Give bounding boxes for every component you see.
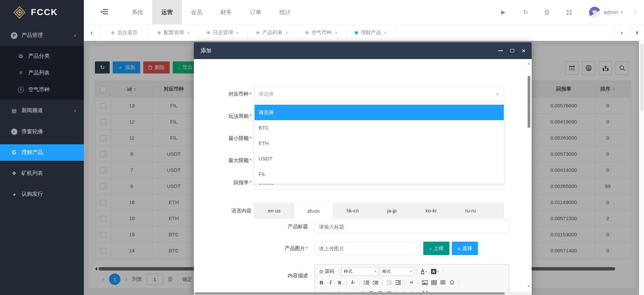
tab-close-icon[interactable]: ×: [384, 30, 387, 36]
dropdown-option[interactable]: BTC: [255, 120, 504, 136]
dropdown-option[interactable]: USDT: [255, 151, 504, 166]
language-tab[interactable]: hk-cn: [333, 203, 372, 218]
sidebar-group-news-channel[interactable]: ▤ 新闻频道 ∨: [0, 102, 84, 119]
more-menu-icon[interactable]: ⋮: [632, 9, 638, 16]
page-tabbar: ‹ 后台首页 × 配置管理 × 日志管理 ×: [84, 24, 644, 41]
maximize-icon[interactable]: [510, 49, 514, 52]
field-label-title: 产品标题: [271, 220, 308, 233]
play-icon[interactable]: ▶: [500, 9, 507, 16]
fullscreen-icon[interactable]: [567, 10, 573, 15]
close-icon[interactable]: ×: [522, 47, 526, 54]
topnav-item[interactable]: 订单: [241, 0, 270, 24]
topbar: 系统运营会员财务订单统计 ▶ ↻ a: [84, 0, 644, 24]
blockquote-icon[interactable]: ”: [407, 278, 416, 287]
sidebar-item-product-list[interactable]: ≡ 产品列表: [0, 64, 84, 81]
tab-label: 日志管理: [213, 30, 233, 36]
horizontal-rule-icon[interactable]: [439, 278, 447, 287]
dialog-title: 添加: [201, 48, 211, 53]
tabs-scroll-right-icon[interactable]: ›: [613, 24, 630, 41]
language-tab[interactable]: ja-jp: [372, 203, 412, 218]
language-tab[interactable]: en-us: [255, 203, 294, 218]
bold-icon[interactable]: B: [317, 278, 326, 287]
scroll-down-icon[interactable]: ▼: [527, 285, 530, 288]
language-tab[interactable]: zh-cn: [294, 202, 333, 220]
table-icon[interactable]: [430, 278, 438, 287]
unordered-list-icon[interactable]: [371, 278, 380, 287]
page-tab[interactable]: 后台首页 ×: [100, 24, 149, 41]
product-image-input[interactable]: [315, 242, 421, 255]
sidebar-item-popup-carousel[interactable]: ▸ 弹窗轮播: [0, 124, 84, 140]
chevron-down-icon: ∨: [73, 108, 76, 113]
sidebar-submenu: ⚙ 产品分类 ≡ 产品列表 5 空气币种: [0, 46, 84, 100]
dropdown-option[interactable]: FIL: [255, 166, 504, 182]
page-tab[interactable]: 日志管理 ×: [199, 24, 248, 41]
text-color-button[interactable]: A▾: [419, 267, 429, 276]
remove-format-icon[interactable]: Ix: [349, 278, 357, 287]
gear-icon: ⚙: [17, 53, 25, 59]
topnav-item[interactable]: 统计: [270, 0, 300, 24]
refresh-icon[interactable]: ↻: [522, 9, 529, 16]
tabs-scroll-left-icon[interactable]: ‹: [84, 24, 100, 41]
special-char-icon[interactable]: Ω: [448, 278, 456, 287]
field-label-image: 产品图片*: [271, 242, 308, 255]
dialog-horizontal-scrollbar[interactable]: [194, 292, 532, 295]
strikethrough-icon[interactable]: S: [335, 278, 344, 287]
page-tab[interactable]: 配置管理 ×: [149, 24, 199, 41]
upload-button[interactable]: ↑上传: [423, 242, 449, 255]
tab-close-icon[interactable]: ×: [236, 30, 239, 36]
source-code-button[interactable]: ⟨⟩源码: [317, 267, 336, 276]
divider: [417, 268, 417, 275]
user-caret-down-icon[interactable]: ▼: [620, 10, 624, 14]
sidebar-group-product-mgmt[interactable]: P 产品管理 ∧: [0, 27, 84, 44]
page-tab[interactable]: 产品列表 ×: [248, 24, 297, 41]
style-combo[interactable]: 样式▾: [341, 267, 379, 276]
image-icon[interactable]: [421, 278, 429, 287]
dropdown-option[interactable]: ETH: [255, 136, 504, 151]
minimize-icon[interactable]: [498, 50, 503, 51]
language-tab[interactable]: ko-kr: [412, 203, 451, 218]
coin-select[interactable]: 请选择 ▲: [254, 87, 504, 101]
page-tab[interactable]: 空气币种 ×: [297, 24, 346, 41]
tab-close-icon[interactable]: ×: [285, 30, 288, 36]
username[interactable]: admin: [604, 9, 619, 15]
dialog-scrollbar-thumb[interactable]: [528, 76, 530, 128]
choose-button[interactable]: ≡选择: [452, 242, 478, 255]
sidebar-item-miner-list[interactable]: ❖ 矿机列表: [0, 165, 84, 182]
page-scrollbar[interactable]: [639, 41, 644, 295]
ordered-list-icon[interactable]: [362, 278, 371, 287]
tab-label: 空气币种: [312, 30, 332, 36]
dialog-header[interactable]: 添加 ×: [194, 42, 532, 59]
topnav-item[interactable]: 财务: [211, 0, 241, 24]
tab-close-icon[interactable]: ×: [187, 30, 190, 36]
scroll-up-icon[interactable]: ▲: [527, 62, 530, 65]
sidebar-item-air-coin[interactable]: 5 空气币种: [0, 81, 84, 98]
page-tab[interactable]: 理财产品 ×: [346, 24, 396, 41]
collapse-menu-icon[interactable]: [101, 9, 108, 15]
required-mark: *: [250, 157, 252, 163]
field-label-lang: 语言内容: [204, 203, 252, 218]
indent-icon[interactable]: [394, 278, 402, 287]
italic-icon[interactable]: I: [326, 278, 335, 287]
tab-close-icon[interactable]: ×: [335, 30, 338, 36]
tabs-menu-icon[interactable]: ∨: [630, 24, 644, 41]
dialog-hscrollbar-thumb[interactable]: [195, 292, 505, 295]
language-tab[interactable]: ru-ru: [451, 203, 490, 218]
topnav-item[interactable]: 运营: [152, 0, 182, 24]
tab-status-dot: [111, 31, 114, 34]
topnav-item[interactable]: 会员: [182, 0, 211, 24]
dropdown-option[interactable]: 请选择: [255, 105, 504, 120]
bg-color-button[interactable]: A▾: [429, 267, 441, 276]
topnav-item[interactable]: 系统: [123, 0, 152, 24]
outdent-icon[interactable]: [385, 278, 393, 287]
sidebar-item-subscription-issue[interactable]: ◕ 认购发行: [0, 186, 84, 202]
tab-status-dot: [158, 31, 161, 34]
avatar[interactable]: [589, 7, 600, 18]
format-combo[interactable]: 格式▾: [379, 267, 414, 276]
product-title-input[interactable]: [315, 220, 509, 233]
sidebar-item-finance-product[interactable]: G 理财产品: [0, 144, 84, 161]
editor-toolbar-row-2: B I S Ix: [317, 277, 506, 288]
page-scrollbar-thumb[interactable]: [640, 44, 643, 111]
sidebar-item-product-category[interactable]: ⚙ 产品分类: [0, 48, 84, 64]
divider: [360, 280, 360, 286]
trash-icon[interactable]: [544, 9, 551, 15]
